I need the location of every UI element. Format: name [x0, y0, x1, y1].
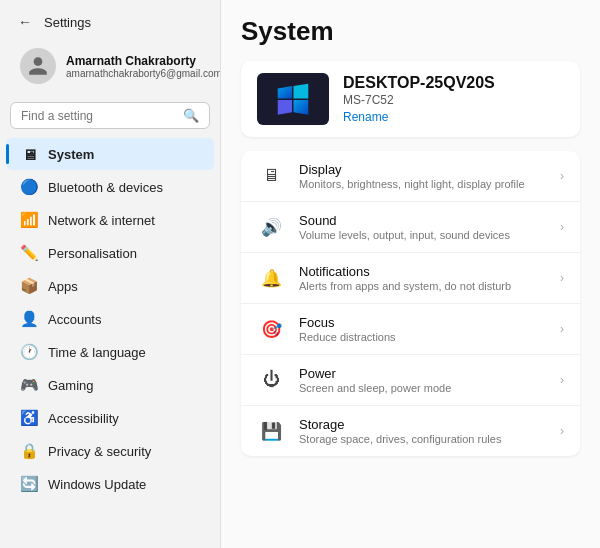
setting-text-display: Display Monitors, brightness, night ligh…	[299, 162, 525, 190]
sound-icon: 🔊	[257, 213, 285, 241]
chevron-icon: ›	[560, 169, 564, 183]
search-bar[interactable]: 🔍	[10, 102, 210, 129]
sidebar-item-bluetooth[interactable]: 🔵 Bluetooth & devices	[6, 171, 214, 203]
search-icon: 🔍	[183, 108, 199, 123]
privacy-icon: 🔒	[20, 442, 38, 460]
network-icon: 📶	[20, 211, 38, 229]
sidebar-item-label: Accounts	[48, 312, 101, 327]
user-profile[interactable]: Amarnath Chakraborty amarnathchakraborty…	[6, 38, 214, 94]
sidebar-item-label: Time & language	[48, 345, 146, 360]
rename-link[interactable]: Rename	[343, 110, 495, 124]
sidebar-item-system[interactable]: 🖥 System	[6, 138, 214, 170]
sidebar-item-label: Accessibility	[48, 411, 119, 426]
sidebar-item-label: Personalisation	[48, 246, 137, 261]
setting-item-display[interactable]: 🖥 Display Monitors, brightness, night li…	[241, 151, 580, 202]
sidebar-item-network[interactable]: 📶 Network & internet	[6, 204, 214, 236]
setting-label-storage: Storage	[299, 417, 501, 432]
setting-desc-storage: Storage space, drives, configuration rul…	[299, 433, 501, 445]
setting-label-notifications: Notifications	[299, 264, 511, 279]
setting-item-notifications[interactable]: 🔔 Notifications Alerts from apps and sys…	[241, 253, 580, 304]
page-title: System	[241, 16, 580, 47]
update-icon: 🔄	[20, 475, 38, 493]
settings-title: Settings	[44, 15, 91, 30]
setting-item-storage[interactable]: 💾 Storage Storage space, drives, configu…	[241, 406, 580, 456]
sidebar: ← Settings Amarnath Chakraborty amarnath…	[0, 0, 220, 548]
gaming-icon: 🎮	[20, 376, 38, 394]
chevron-icon: ›	[560, 271, 564, 285]
setting-desc-sound: Volume levels, output, input, sound devi…	[299, 229, 510, 241]
time-icon: 🕐	[20, 343, 38, 361]
device-card[interactable]: DESKTOP-25QV20S MS-7C52 Rename	[241, 61, 580, 137]
chevron-icon: ›	[560, 373, 564, 387]
accessibility-icon: ♿	[20, 409, 38, 427]
apps-icon: 📦	[20, 277, 38, 295]
personalisation-icon: ✏️	[20, 244, 38, 262]
setting-item-sound[interactable]: 🔊 Sound Volume levels, output, input, so…	[241, 202, 580, 253]
display-icon: 🖥	[257, 162, 285, 190]
setting-text-storage: Storage Storage space, drives, configura…	[299, 417, 501, 445]
setting-item-power[interactable]: ⏻ Power Screen and sleep, power mode ›	[241, 355, 580, 406]
setting-label-focus: Focus	[299, 315, 396, 330]
setting-label-sound: Sound	[299, 213, 510, 228]
sidebar-item-update[interactable]: 🔄 Windows Update	[6, 468, 214, 500]
chevron-icon: ›	[560, 220, 564, 234]
storage-icon: 💾	[257, 417, 285, 445]
search-input[interactable]	[21, 109, 177, 123]
accounts-icon: 👤	[20, 310, 38, 328]
device-thumbnail	[257, 73, 329, 125]
sidebar-item-label: Gaming	[48, 378, 94, 393]
sidebar-item-accounts[interactable]: 👤 Accounts	[6, 303, 214, 335]
setting-label-display: Display	[299, 162, 525, 177]
setting-text-notifications: Notifications Alerts from apps and syste…	[299, 264, 511, 292]
sidebar-item-privacy[interactable]: 🔒 Privacy & security	[6, 435, 214, 467]
sidebar-item-label: Apps	[48, 279, 78, 294]
bluetooth-icon: 🔵	[20, 178, 38, 196]
focus-icon: 🎯	[257, 315, 285, 343]
sidebar-item-apps[interactable]: 📦 Apps	[6, 270, 214, 302]
setting-label-power: Power	[299, 366, 451, 381]
sidebar-item-label: Network & internet	[48, 213, 155, 228]
sidebar-item-label: Windows Update	[48, 477, 146, 492]
sidebar-item-time[interactable]: 🕐 Time & language	[6, 336, 214, 368]
device-model: MS-7C52	[343, 93, 495, 107]
sidebar-item-label: System	[48, 147, 94, 162]
sidebar-item-gaming[interactable]: 🎮 Gaming	[6, 369, 214, 401]
sidebar-header: ← Settings	[0, 0, 220, 38]
settings-list: 🖥 Display Monitors, brightness, night li…	[241, 151, 580, 456]
chevron-icon: ›	[560, 322, 564, 336]
setting-text-sound: Sound Volume levels, output, input, soun…	[299, 213, 510, 241]
setting-desc-focus: Reduce distractions	[299, 331, 396, 343]
notifications-icon: 🔔	[257, 264, 285, 292]
setting-desc-display: Monitors, brightness, night light, displ…	[299, 178, 525, 190]
user-info: Amarnath Chakraborty amarnathchakraborty…	[66, 54, 220, 79]
user-name: Amarnath Chakraborty	[66, 54, 220, 68]
setting-desc-power: Screen and sleep, power mode	[299, 382, 451, 394]
device-info: DESKTOP-25QV20S MS-7C52 Rename	[343, 74, 495, 124]
setting-text-focus: Focus Reduce distractions	[299, 315, 396, 343]
back-button[interactable]: ←	[14, 12, 36, 32]
system-icon: 🖥	[20, 145, 38, 163]
avatar	[20, 48, 56, 84]
chevron-icon: ›	[560, 424, 564, 438]
setting-desc-notifications: Alerts from apps and system, do not dist…	[299, 280, 511, 292]
sidebar-item-personalisation[interactable]: ✏️ Personalisation	[6, 237, 214, 269]
setting-item-focus[interactable]: 🎯 Focus Reduce distractions ›	[241, 304, 580, 355]
main-content: System DESKTOP-25QV20S MS-7C	[220, 0, 600, 548]
device-name: DESKTOP-25QV20S	[343, 74, 495, 92]
nav-list: 🖥 System 🔵 Bluetooth & devices 📶 Network…	[0, 137, 220, 501]
setting-text-power: Power Screen and sleep, power mode	[299, 366, 451, 394]
sidebar-item-label: Privacy & security	[48, 444, 151, 459]
sidebar-item-accessibility[interactable]: ♿ Accessibility	[6, 402, 214, 434]
power-icon: ⏻	[257, 366, 285, 394]
user-email: amarnathchakraborty6@gmail.com	[66, 68, 220, 79]
sidebar-item-label: Bluetooth & devices	[48, 180, 163, 195]
